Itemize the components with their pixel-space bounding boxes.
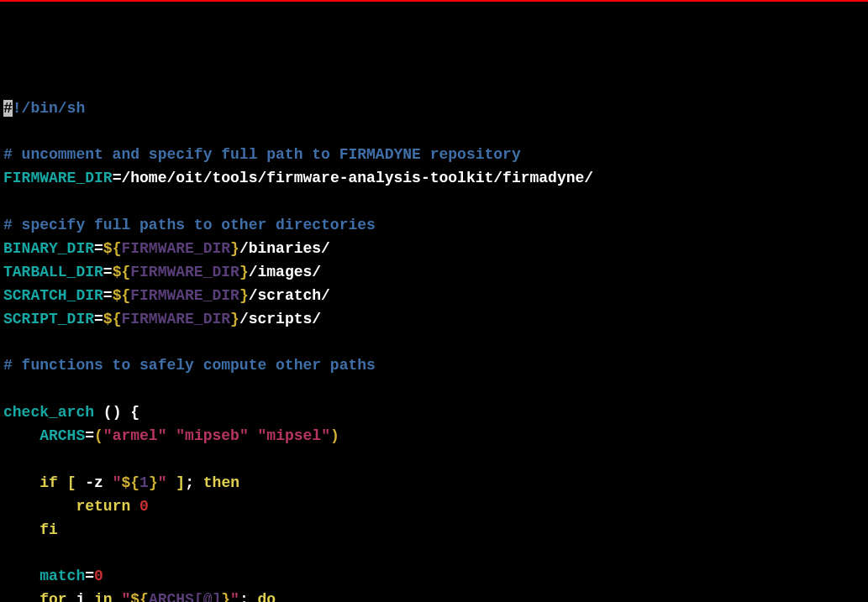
- code-token: }: [239, 264, 249, 280]
- code-token: }: [239, 287, 249, 304]
- code-token: [3, 498, 76, 515]
- code-token: =: [113, 170, 122, 186]
- code-token: 1: [139, 474, 149, 491]
- code-token: ): [330, 427, 339, 444]
- code-token: {: [121, 404, 139, 421]
- code-token: do: [258, 591, 276, 602]
- code-token: ": [121, 591, 130, 602]
- code-token: =: [94, 240, 103, 257]
- code-token: ${: [121, 474, 139, 491]
- code-line[interactable]: [3, 331, 865, 354]
- code-token: SCRATCH_DIR: [3, 287, 103, 304]
- code-token: 0: [139, 498, 149, 515]
- code-line[interactable]: if [ -z "${1}" ]; then: [3, 472, 865, 495]
- code-token: # specify full paths to other directorie…: [3, 217, 376, 233]
- code-token: ${: [103, 311, 122, 327]
- code-token: [167, 474, 176, 491]
- code-token: i: [67, 591, 94, 602]
- code-line[interactable]: [3, 120, 865, 144]
- code-token: =: [94, 311, 103, 327]
- code-token: SCRIPT_DIR: [3, 311, 94, 327]
- code-line[interactable]: fi: [3, 519, 865, 542]
- code-line[interactable]: check_arch () {: [3, 401, 865, 425]
- code-token: in: [94, 591, 113, 602]
- code-line[interactable]: #!/bin/sh: [3, 97, 865, 121]
- code-token: ${: [130, 591, 149, 602]
- code-line[interactable]: [3, 378, 865, 401]
- code-token: ": [158, 474, 167, 491]
- code-line[interactable]: FIRMWARE_DIR=/home/oit/tools/firmware-an…: [3, 167, 865, 191]
- code-token: [249, 427, 258, 444]
- code-line[interactable]: SCRATCH_DIR=${FIRMWARE_DIR}/scratch/: [3, 285, 865, 308]
- code-token: [: [67, 474, 76, 491]
- code-token: FIRMWARE_DIR: [130, 264, 239, 280]
- code-token: [194, 474, 203, 491]
- code-line[interactable]: # specify full paths to other directorie…: [3, 214, 865, 238]
- code-line[interactable]: TARBALL_DIR=${FIRMWARE_DIR}/images/: [3, 261, 865, 285]
- code-token: then: [203, 474, 239, 491]
- code-line[interactable]: [3, 542, 865, 565]
- code-token: /scripts/: [239, 311, 321, 327]
- code-token: "mipsel": [258, 427, 330, 444]
- code-token: =: [103, 287, 113, 304]
- code-token: "mipseb": [176, 427, 248, 444]
- code-token: /images/: [249, 264, 321, 280]
- code-token: [58, 474, 67, 491]
- code-line[interactable]: [3, 448, 865, 472]
- code-token: [3, 521, 39, 538]
- code-token: -z: [76, 474, 112, 491]
- code-line[interactable]: # uncomment and specify full path to FIR…: [3, 144, 865, 167]
- vim-editor-buffer[interactable]: #!/bin/sh # uncomment and specify full p…: [3, 97, 865, 602]
- code-token: ARCHS: [39, 427, 85, 444]
- code-token: # uncomment and specify full path to FIR…: [3, 146, 521, 163]
- code-token: [166, 427, 176, 444]
- code-token: FIRMWARE_DIR: [121, 240, 230, 257]
- code-token: ;: [185, 474, 194, 491]
- code-line[interactable]: # functions to safely compute other path…: [3, 354, 865, 378]
- code-token: ${: [113, 287, 131, 304]
- code-token: # functions to safely compute other path…: [3, 357, 376, 374]
- code-token: BINARY_DIR: [3, 240, 94, 257]
- code-token: "armel": [103, 427, 167, 444]
- code-token: (: [94, 427, 103, 444]
- code-token: [3, 427, 39, 444]
- code-line[interactable]: BINARY_DIR=${FIRMWARE_DIR}/binaries/: [3, 238, 865, 261]
- code-token: if: [39, 474, 58, 491]
- code-token: [113, 591, 122, 602]
- code-token: /binaries/: [239, 240, 330, 257]
- code-line[interactable]: [3, 191, 865, 214]
- code-token: ARCHS[@]: [149, 591, 221, 602]
- code-token: !/bin/sh: [13, 100, 85, 117]
- code-token: FIRMWARE_DIR: [3, 170, 113, 186]
- code-token: 0: [94, 568, 103, 584]
- code-token: ]: [176, 474, 185, 491]
- code-token: fi: [39, 521, 58, 538]
- code-token: ": [230, 591, 239, 602]
- code-token: TARBALL_DIR: [3, 264, 103, 280]
- code-token: =: [85, 568, 94, 584]
- code-token: [3, 568, 39, 584]
- code-token: FIRMWARE_DIR: [130, 287, 239, 304]
- code-token: [3, 474, 39, 491]
- code-line[interactable]: SCRIPT_DIR=${FIRMWARE_DIR}/scripts/: [3, 308, 865, 332]
- code-line[interactable]: for i in "${ARCHS[@]}"; do: [3, 589, 865, 602]
- code-token: =: [85, 427, 94, 444]
- code-line[interactable]: ARCHS=("armel" "mipseb" "mipsel"): [3, 425, 865, 448]
- code-token: match: [39, 568, 85, 584]
- code-token: [130, 498, 139, 515]
- code-token: }: [230, 240, 239, 257]
- code-token: for: [39, 591, 66, 602]
- code-token: ": [113, 474, 122, 491]
- code-token: }: [221, 591, 230, 602]
- code-token: =: [103, 264, 113, 280]
- code-token: [3, 591, 39, 602]
- code-token: ;: [239, 591, 249, 602]
- code-token: /scratch/: [249, 287, 330, 304]
- code-token: FIRMWARE_DIR: [121, 311, 230, 327]
- code-token: /home/oit/tools/firmware-analysis-toolki…: [121, 170, 593, 186]
- code-token: check_arch: [3, 404, 103, 421]
- code-token: [249, 591, 258, 602]
- code-token: }: [149, 474, 158, 491]
- code-line[interactable]: return 0: [3, 495, 865, 519]
- code-line[interactable]: match=0: [3, 565, 865, 589]
